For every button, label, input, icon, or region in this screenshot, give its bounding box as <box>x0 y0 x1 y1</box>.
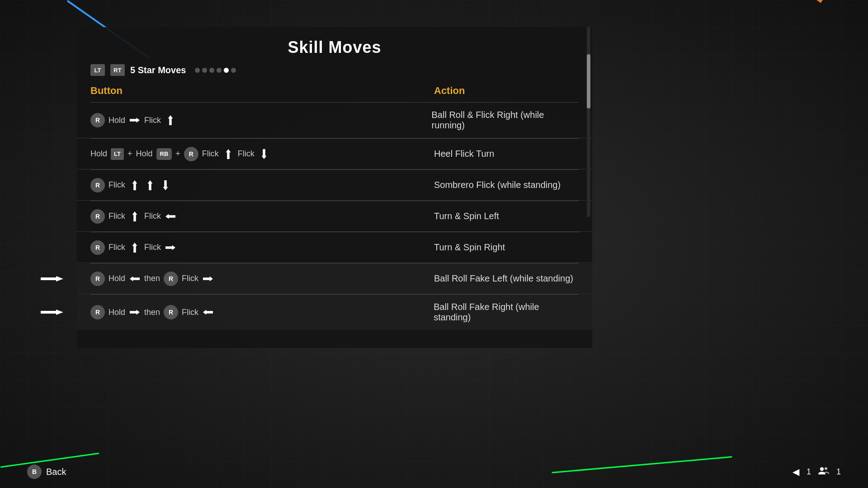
svg-marker-1 <box>168 115 173 125</box>
arrow-left-icon <box>129 273 141 285</box>
category-title: 5 Star Moves <box>130 65 186 75</box>
back-label: Back <box>46 467 66 477</box>
button-col: R Hold then R Flick <box>90 272 434 286</box>
btn-r: R <box>90 240 105 255</box>
arrow-right-icon <box>129 306 141 318</box>
svg-point-17 <box>820 467 824 471</box>
svg-marker-9 <box>132 243 137 253</box>
word-flick: Flick <box>108 211 125 221</box>
page-dots <box>195 68 236 73</box>
word-flick: Flick <box>144 116 161 125</box>
move-row: R Hold then R Flick Ball Roll Fake Left … <box>77 263 592 294</box>
btn-lt: LT <box>111 148 124 160</box>
action-text: Sombrero Flick (while standing) <box>434 180 561 190</box>
btn-r: R <box>90 178 105 192</box>
rt-trigger: RT <box>110 64 125 76</box>
btn-r: R <box>90 305 105 319</box>
svg-marker-3 <box>261 149 266 159</box>
plus-sign: + <box>127 149 132 159</box>
word-flick: Flick <box>202 149 219 159</box>
arrow-left-icon <box>202 306 214 318</box>
arrow-up-icon <box>129 179 141 191</box>
arrow-right-long-icon <box>129 114 141 126</box>
scrollbar-track[interactable] <box>587 27 590 217</box>
svg-marker-11 <box>41 276 63 282</box>
scrollbar-thumb[interactable] <box>587 54 590 108</box>
svg-marker-5 <box>148 180 153 190</box>
move-row: R Flick Flick Turn & Spin Right <box>77 232 592 263</box>
svg-point-18 <box>825 467 827 470</box>
arrow-left-icon <box>165 211 176 222</box>
button-col: R Hold Flick <box>90 113 431 127</box>
btn-r-2: R <box>164 305 178 319</box>
svg-marker-12 <box>130 276 140 281</box>
button-col: Hold LT + Hold RB + R Flick Flick <box>90 147 434 161</box>
column-headers: Button Action <box>77 81 592 100</box>
action-text: Turn & Spin Left <box>434 211 499 221</box>
bottom-right: ◀ 1 1 <box>793 466 841 478</box>
svg-marker-10 <box>165 245 175 250</box>
arrow-up-icon <box>129 211 141 222</box>
word-flick: Flick <box>108 243 125 252</box>
dot-2 <box>202 68 207 73</box>
svg-marker-14 <box>41 310 63 315</box>
action-text: Turn & Spin Right <box>434 242 505 253</box>
word-flick2: Flick <box>144 243 161 252</box>
action-text: Ball Roll Fake Right (while standing) <box>434 302 579 323</box>
word-hold: Hold <box>108 116 125 125</box>
svg-marker-13 <box>203 276 213 281</box>
svg-marker-16 <box>203 310 213 315</box>
arrow-right-icon <box>202 273 214 285</box>
svg-marker-6 <box>163 180 168 190</box>
word-flick: Flick <box>182 274 198 283</box>
move-row: R Flick Sombrero Flick (while standing) <box>77 170 592 201</box>
page-title: Skill Moves <box>77 27 592 64</box>
dot-5-active <box>224 68 229 73</box>
dot-3 <box>209 68 214 73</box>
dot-1 <box>195 68 200 73</box>
page-left-arrow[interactable]: ◀ <box>793 466 799 477</box>
button-col: R Flick <box>90 178 434 192</box>
back-button[interactable]: B Back <box>27 465 66 479</box>
button-col: R Flick Flick <box>90 240 434 255</box>
svg-marker-15 <box>130 310 140 315</box>
move-row: R Flick Flick Turn & Spin Left <box>77 201 592 232</box>
arrow-up-icon-2 <box>144 179 156 191</box>
row-arrow-indicator <box>41 274 63 283</box>
plus-sign2: + <box>175 149 180 159</box>
btn-r: R <box>90 209 105 224</box>
action-text: Ball Roll Fake Left (while standing) <box>434 273 573 284</box>
page-number: 1 <box>807 467 811 477</box>
word-hold: Hold <box>90 149 107 159</box>
svg-marker-2 <box>226 149 231 159</box>
button-col-header: Button <box>90 85 434 97</box>
btn-b-icon: B <box>27 465 42 479</box>
svg-marker-0 <box>130 118 140 123</box>
word-then: then <box>144 274 160 283</box>
word-hold: Hold <box>108 274 125 283</box>
move-row: Hold LT + Hold RB + R Flick Flick Heel F… <box>77 139 592 169</box>
svg-marker-8 <box>165 214 175 219</box>
arrow-up-icon <box>222 148 234 160</box>
svg-marker-4 <box>132 180 137 190</box>
btn-r: R <box>90 272 105 286</box>
bottom-bar: B Back ◀ 1 1 <box>0 465 868 479</box>
arrow-up-icon <box>165 114 176 126</box>
word-then: then <box>144 308 160 317</box>
arrow-down-icon <box>258 148 270 160</box>
button-col: R Hold then R Flick <box>90 305 434 319</box>
btn-r: R <box>90 113 105 127</box>
btn-rb: RB <box>156 148 172 160</box>
row-arrow-indicator-2 <box>41 308 63 317</box>
players-count: 1 <box>836 467 841 477</box>
action-text: Ball Roll & Flick Right (while running) <box>431 110 579 131</box>
move-row: R Hold then R Flick Ball Roll Fake Right… <box>77 295 592 330</box>
word-flick: Flick <box>108 180 125 190</box>
btn-r: R <box>184 147 198 161</box>
lt-trigger: LT <box>90 64 105 76</box>
word-flick2: Flick <box>144 211 161 221</box>
action-text: Heel Flick Turn <box>434 149 494 159</box>
dot-6 <box>231 68 236 73</box>
main-panel: Skill Moves LT RT 5 Star Moves Button Ac… <box>77 27 592 348</box>
word-flick2: Flick <box>238 149 255 159</box>
